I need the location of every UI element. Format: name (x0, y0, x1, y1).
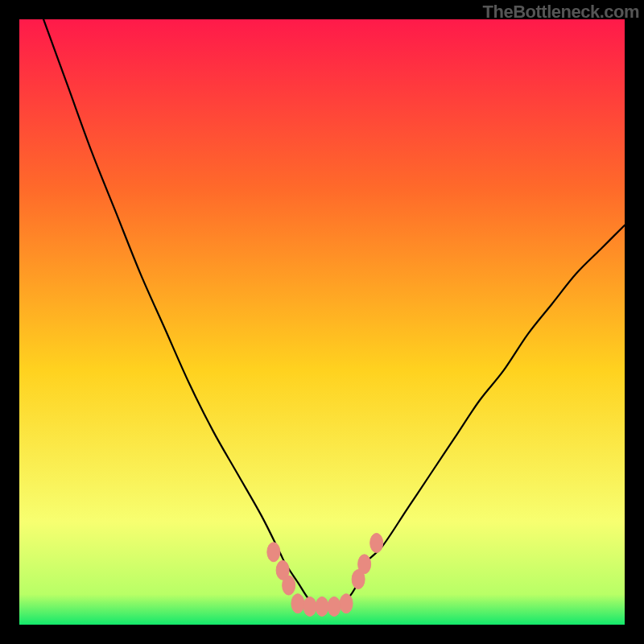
watermark-text: TheBottleneck.com (483, 2, 639, 23)
gradient-background (19, 19, 625, 625)
curve-marker (303, 597, 316, 616)
curve-marker (291, 594, 304, 613)
plot-svg (19, 19, 625, 625)
curve-marker (283, 576, 295, 595)
curve-marker (358, 555, 371, 574)
curve-marker (267, 543, 280, 562)
curve-marker (370, 533, 383, 552)
curve-marker (340, 594, 353, 613)
curve-marker (328, 597, 341, 616)
chart-frame (19, 19, 625, 625)
curve-marker (316, 597, 328, 616)
